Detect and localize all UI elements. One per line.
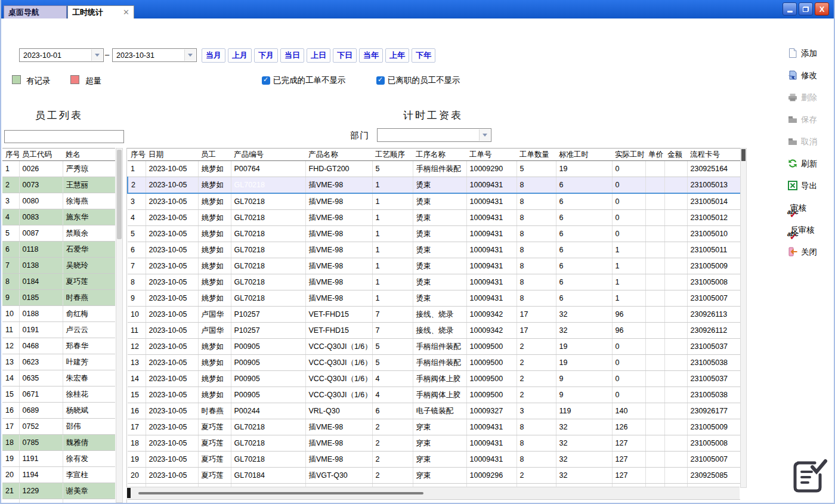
legend-has-record-swatch	[12, 75, 21, 84]
date-to-select[interactable]: 2023-10-31	[112, 48, 197, 62]
employee-row[interactable]: 211229谢美章	[2, 483, 115, 499]
employee-row[interactable]: 30080徐海燕	[2, 193, 115, 209]
wage-row[interactable]: 32023-10-05姚梦如GL70218插VME-981烫束100094318…	[128, 193, 740, 210]
wage-row[interactable]: 82023-10-05姚梦如GL70218插VME-981烫束100094318…	[128, 274, 740, 290]
wage-row[interactable]: 162023-10-05时春燕P00244VRL-Q306电子镜装配100093…	[128, 403, 740, 419]
employee-row[interactable]: 70138吴晓玲	[2, 258, 115, 274]
column-header[interactable]: 流程卡号	[687, 149, 740, 161]
action-close-form[interactable]: 关闭	[787, 245, 835, 259]
quick-date-button[interactable]: 当日	[280, 48, 304, 63]
quick-date-button[interactable]: 上月	[228, 48, 252, 63]
employee-row[interactable]: 110191卢云云	[2, 322, 115, 338]
wage-row[interactable]: 52023-10-05姚梦如GL70218插VME-981烫束100094318…	[128, 226, 740, 242]
wage-row[interactable]: 112023-10-05卢国华P10257VET-FHD157接线、烧录1000…	[128, 323, 740, 339]
column-header[interactable]: 员工	[198, 149, 231, 161]
restore-icon[interactable]	[799, 2, 813, 16]
notes-check-icon[interactable]	[790, 457, 829, 497]
chevron-down-icon[interactable]	[91, 50, 103, 61]
wage-panel-title: 计时工资表	[126, 109, 740, 122]
tab-desktop-nav[interactable]: 桌面导航	[4, 5, 67, 18]
wage-row[interactable]: 12023-10-05姚梦如P00764FHD-GT2005手柄组件装配1000…	[128, 161, 740, 177]
employee-row[interactable]: 60118石爱华	[2, 242, 115, 258]
close-icon[interactable]	[815, 2, 829, 16]
wage-table-hscrollbar[interactable]	[126, 487, 740, 499]
employee-row[interactable]: 221321胡松美	[2, 499, 115, 503]
column-header[interactable]: 工艺顺序	[372, 149, 413, 161]
action-edit[interactable]: 修改	[787, 69, 835, 83]
employee-row[interactable]: 191191徐有发	[2, 451, 115, 467]
wage-row[interactable]: 92023-10-05姚梦如GL70218插VME-981烫束100094318…	[128, 290, 740, 307]
employee-row[interactable]: 80184夏巧莲	[2, 274, 115, 290]
action-audit[interactable]: abc✔审核	[787, 201, 835, 215]
column-header[interactable]: 单价	[645, 149, 664, 161]
quick-date-button[interactable]: 下日	[333, 48, 357, 63]
column-header[interactable]: 员工代码	[19, 149, 63, 161]
wage-row[interactable]: 142023-10-05姚梦如P00905VCC-Q30JI（1/6）4手柄阀体…	[128, 371, 740, 387]
quick-date-button[interactable]: 下月	[254, 48, 278, 63]
wage-row[interactable]: 122023-10-05姚梦如P00905VCC-Q30JI（1/6）5手柄组件…	[128, 339, 740, 355]
tab-close-icon[interactable]	[123, 8, 129, 16]
employee-row[interactable]: 170752邵伟	[2, 419, 115, 435]
checkbox-hide-finished-orders[interactable]: 已完成的工单不显示	[262, 75, 346, 86]
column-header[interactable]: 姓名	[63, 149, 115, 161]
action-unaudit[interactable]: abc✔反审核	[787, 223, 835, 237]
column-header[interactable]: 实际工时	[612, 149, 645, 161]
column-header[interactable]: 金额	[664, 149, 687, 161]
checkbox-checked-icon[interactable]	[376, 76, 385, 85]
wage-row[interactable]: 22023-10-05姚梦如GL70218插VME-981烫束100094318…	[128, 177, 740, 194]
column-header[interactable]: 序号	[128, 149, 146, 161]
date-from-select[interactable]: 2023-10-01	[19, 48, 104, 62]
wage-table-vscrollbar[interactable]	[740, 148, 747, 488]
employee-row[interactable]: 20073王慧丽	[2, 177, 115, 193]
column-header[interactable]: 产品编号	[231, 149, 305, 161]
employee-row[interactable]: 120468郑春华	[2, 338, 115, 354]
employee-row[interactable]: 100188俞红梅	[2, 306, 115, 322]
employee-search-input[interactable]	[4, 130, 124, 143]
employee-row[interactable]: 10026严秀琼	[2, 161, 115, 177]
employee-row[interactable]: 201194李宣柱	[2, 467, 115, 483]
column-header[interactable]: 产品名称	[305, 149, 372, 161]
wage-row[interactable]: 182023-10-05夏巧莲GL70218插VME-982穿束10009431…	[128, 435, 740, 452]
chevron-down-icon[interactable]	[479, 129, 490, 141]
quick-date-button[interactable]: 下年	[412, 48, 435, 63]
checkbox-hide-resigned-employees[interactable]: 已离职的员工不显示	[376, 75, 460, 86]
employee-row[interactable]: 140635朱宏春	[2, 370, 115, 386]
chevron-down-icon[interactable]	[184, 50, 196, 61]
column-header[interactable]: 序号	[2, 149, 19, 161]
employee-row[interactable]: 40083施东华	[2, 209, 115, 225]
action-add[interactable]: 添加	[787, 47, 835, 61]
employee-row[interactable]: 180785魏雅倩	[2, 435, 115, 451]
scrollbar-thumb[interactable]	[138, 492, 423, 494]
column-header[interactable]: 日期	[146, 149, 198, 161]
action-export-excel[interactable]: 导出	[787, 179, 835, 193]
column-header[interactable]: 标准工时	[556, 149, 612, 161]
department-select[interactable]	[377, 128, 491, 142]
wage-row[interactable]: 192023-10-05夏巧莲GL70218插VME-982穿束10009431…	[128, 452, 740, 468]
employee-row[interactable]: 150671徐桂花	[2, 386, 115, 403]
wage-row[interactable]: 152023-10-05姚梦如P00905VCC-Q30JI（1/6）4手柄阀体…	[128, 387, 740, 403]
column-header[interactable]: 工单数量	[517, 149, 556, 161]
employee-row[interactable]: 90185时春燕	[2, 290, 115, 306]
quick-date-button[interactable]: 当月	[202, 48, 225, 63]
wage-row[interactable]: 42023-10-05姚梦如GL70218插VME-981烫束100094318…	[128, 210, 740, 226]
quick-date-button[interactable]: 上日	[307, 48, 330, 63]
wage-row[interactable]: 202023-10-05夏巧莲GL70184插VGT-Q302穿束1000929…	[128, 468, 740, 484]
wage-row[interactable]: 72023-10-05姚梦如GL70218插VME-981烫束100094318…	[128, 258, 740, 274]
tab-work-hours[interactable]: 工时统计	[67, 5, 134, 18]
quick-date-button[interactable]: 当年	[359, 48, 383, 63]
employee-row[interactable]: 50087禁顺余	[2, 225, 115, 242]
tab-label: 桌面导航	[8, 7, 39, 18]
column-header[interactable]: 工单号	[466, 149, 517, 161]
wage-row[interactable]: 172023-10-05夏巧莲GL70218插VME-982穿束10009431…	[128, 419, 740, 435]
checkbox-checked-icon[interactable]	[262, 76, 270, 85]
employee-list-scrollbar[interactable]	[116, 148, 123, 503]
wage-row[interactable]: 102023-10-05卢国华P10257VET-FHD157接线、烧录1000…	[128, 307, 740, 323]
employee-row[interactable]: 130623叶建芳	[2, 354, 115, 370]
wage-row[interactable]: 132023-10-05姚梦如P00905VCC-Q30JI（1/6）5手柄组件…	[128, 355, 740, 371]
wage-row[interactable]: 62023-10-05姚梦如GL70218插VME-981烫束100094318…	[128, 242, 740, 258]
column-header[interactable]: 工序名称	[413, 149, 466, 161]
quick-date-button[interactable]: 上年	[385, 48, 409, 63]
action-refresh[interactable]: 刷新	[787, 157, 835, 171]
minimize-icon[interactable]	[783, 2, 797, 16]
employee-row[interactable]: 160689杨晓斌	[2, 403, 115, 419]
